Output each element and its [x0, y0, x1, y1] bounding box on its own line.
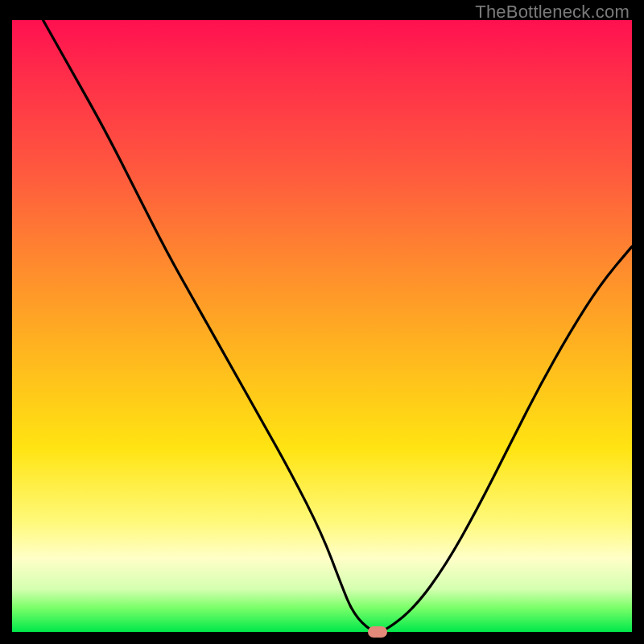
chart-frame: TheBottleneck.com — [0, 0, 644, 644]
plot-area — [12, 20, 632, 632]
bottleneck-curve — [12, 20, 632, 632]
curve-line — [43, 20, 633, 632]
optimal-point-marker — [368, 626, 387, 638]
